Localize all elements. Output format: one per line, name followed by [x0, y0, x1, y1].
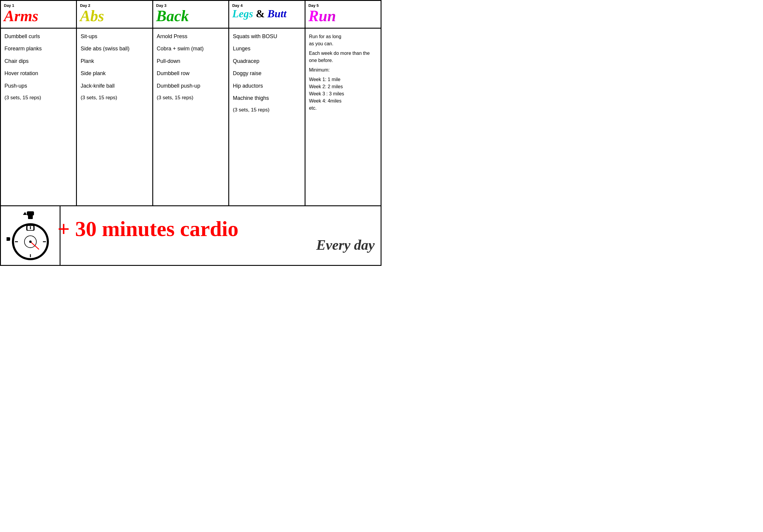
workout-table: Day 1 Arms Day 2 Abs Day 3 Back Day 4 Le… [0, 0, 382, 266]
header-day5: Day 5 Run [305, 1, 381, 28]
run-week2: Week 2: 2 miles [309, 83, 377, 90]
svg-rect-13 [7, 237, 10, 241]
day1-title: Arms [4, 8, 73, 24]
everyday-text: Every day [316, 237, 375, 253]
bottom-row: + 30 minutes cardio Every day [1, 205, 381, 265]
list-item: Machine thighs [233, 95, 301, 102]
header-day2: Day 2 Abs [77, 1, 153, 28]
day1-label: Day 1 [4, 3, 73, 8]
day3-label: Day 3 [156, 3, 225, 8]
cardio-cell: + 30 minutes cardio Every day [60, 218, 381, 253]
run-intro: Run for as long as you can. [309, 33, 377, 48]
sets-reps-day1: (3 sets, 15 reps) [4, 95, 72, 101]
list-item: Side plank [80, 70, 149, 77]
day4-content: Squats with BOSU Lunges Quadracep Doggy … [229, 29, 305, 205]
day4-title-and: & [253, 8, 267, 20]
run-minimum-label: Minimum: [309, 66, 377, 74]
run-intro-line1: Run for as long [309, 34, 342, 39]
day2-title: Abs [80, 8, 149, 24]
list-item: Hover rotation [4, 70, 72, 77]
list-item: Dumbbell curls [4, 33, 72, 40]
run-etc: etc. [309, 105, 377, 112]
day5-content: Run for as long as you can. Each week do… [305, 29, 381, 205]
content-row: Dumbbell curls Forearm planks Chair dips… [1, 29, 381, 205]
list-item: Chair dips [4, 58, 72, 65]
list-item: Cobra + swim (mat) [157, 45, 225, 52]
run-instructions: Run for as long as you can. Each week do… [309, 33, 377, 112]
sets-reps-day4: (3 sets, 15 reps) [233, 107, 301, 113]
list-item: Dumbbell push-up [157, 82, 225, 89]
run-week4: Week 4: 4miles [309, 97, 377, 105]
list-item: Doggy raise [233, 70, 301, 77]
day2-label: Day 2 [80, 3, 149, 8]
list-item: Push-ups [4, 82, 72, 89]
list-item: Side abs (swiss ball) [80, 45, 149, 52]
header-day4: Day 4 Legs & Butt [229, 1, 305, 28]
day5-title: Run [308, 8, 378, 24]
run-week3: Week 3 : 3 miles [309, 90, 377, 97]
day2-content: Sit-ups Side abs (swiss ball) Plank Side… [77, 29, 153, 205]
list-item: Plank [80, 58, 149, 65]
list-item: Hip aductors [233, 82, 301, 89]
header-row: Day 1 Arms Day 2 Abs Day 3 Back Day 4 Le… [1, 1, 381, 29]
day1-content: Dumbbell curls Forearm planks Chair dips… [1, 29, 77, 205]
day3-title: Back [156, 8, 225, 24]
day4-title-legs: Legs [232, 8, 253, 20]
svg-rect-1 [28, 214, 33, 219]
sets-reps-day3: (3 sets, 15 reps) [157, 95, 225, 101]
stopwatch-icon [7, 209, 54, 263]
list-item: Forearm planks [4, 45, 72, 52]
svg-point-12 [29, 241, 32, 243]
stopwatch-cell [1, 206, 60, 265]
sets-reps-day2: (3 sets, 15 reps) [80, 95, 149, 101]
run-intro-line2: as you can. [309, 41, 334, 46]
list-item: Arnold Press [157, 33, 225, 40]
list-item: Dumbbell row [157, 70, 225, 77]
day4-title-butt: Butt [267, 8, 286, 20]
list-item: Pull-down [157, 58, 225, 65]
list-item: Quadracep [233, 58, 301, 65]
run-weekly-note: Each week do more than the one before. [309, 50, 377, 64]
run-week1: Week 1: 1 mile [309, 76, 377, 83]
header-day3: Day 3 Back [153, 1, 229, 28]
list-item: Lunges [233, 45, 301, 52]
list-item: Sit-ups [80, 33, 149, 40]
list-item: Jack-knife ball [80, 82, 149, 89]
list-item: Squats with BOSU [233, 33, 301, 40]
header-day1: Day 1 Arms [1, 1, 77, 28]
day3-content: Arnold Press Cobra + swim (mat) Pull-dow… [153, 29, 229, 205]
day5-label: Day 5 [308, 3, 378, 8]
day4-label: Day 4 [232, 3, 301, 8]
